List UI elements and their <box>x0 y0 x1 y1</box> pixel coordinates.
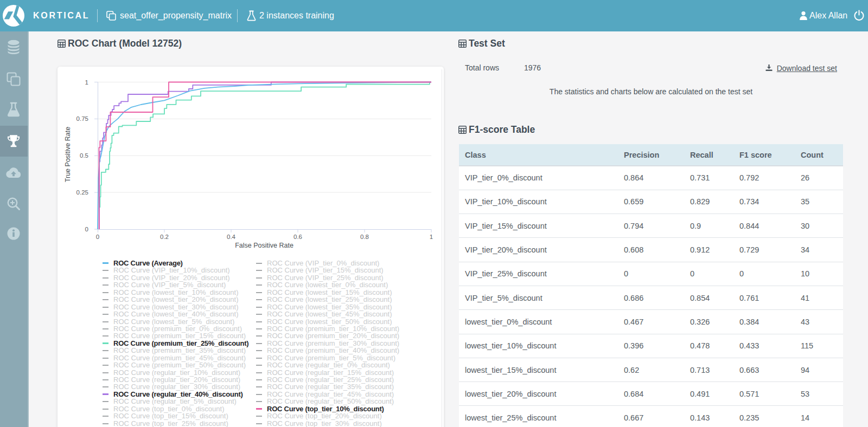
svg-text:True Positive Rate: True Positive Rate <box>64 127 72 182</box>
svg-text:0.4: 0.4 <box>227 234 236 240</box>
svg-text:0: 0 <box>85 226 88 232</box>
svg-text:False Positive Rate: False Positive Rate <box>235 242 293 249</box>
svg-text:0.5: 0.5 <box>80 152 88 159</box>
svg-text:0.8: 0.8 <box>360 234 369 240</box>
svg-text:1: 1 <box>430 234 433 240</box>
svg-text:0.6: 0.6 <box>293 234 302 240</box>
svg-text:0.75: 0.75 <box>76 115 88 122</box>
svg-text:0.2: 0.2 <box>160 234 169 240</box>
svg-text:0.25: 0.25 <box>76 189 88 196</box>
svg-text:1: 1 <box>85 79 88 86</box>
svg-text:0: 0 <box>96 234 99 240</box>
